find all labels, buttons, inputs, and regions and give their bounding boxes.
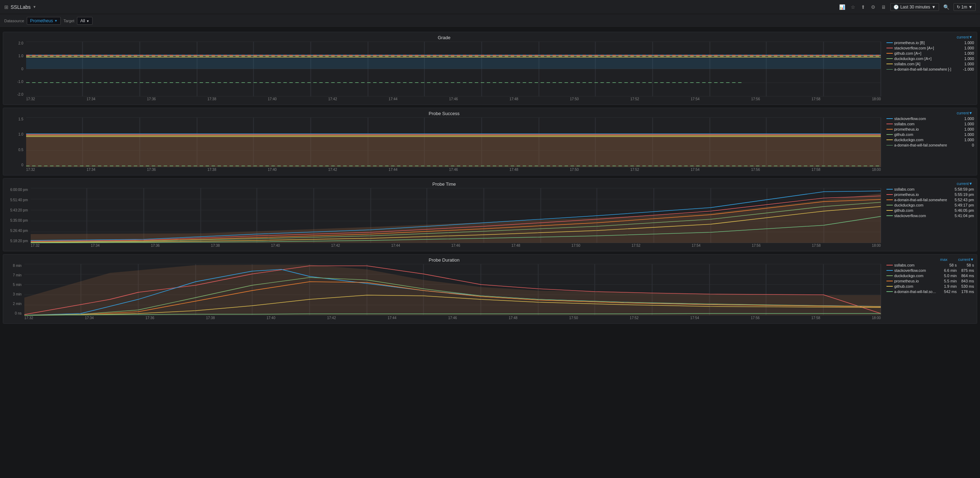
ps-legend-item-duckduckgo[interactable]: duckduckgo.com 1.000 (886, 138, 974, 142)
ps-legend-item-prometheus[interactable]: prometheus.io 1.000 (886, 127, 974, 131)
probe-success-y-axis: 1.5 1.0 0.5 0 (4, 118, 25, 167)
grade-x-axis: 17:32 17:34 17:36 17:38 17:40 17:42 17:4… (26, 96, 881, 103)
svg-rect-46 (26, 134, 881, 167)
monitor-icon[interactable]: 🖥 (880, 3, 888, 11)
grade-legend: current▼ prometheus.io [B] 1.000 stackov… (885, 32, 977, 105)
grade-legend-header: current▼ (886, 35, 974, 39)
legend-item-ssllabs[interactable]: ssllabs.com [A] 1.000 (886, 62, 974, 66)
star-icon[interactable]: ☆ (850, 3, 857, 11)
ps-legend-item-fail-domain[interactable]: a-domain-that-will-fail.somewhere 0 (886, 143, 974, 147)
pt-legend-item-fail-domain[interactable]: a-domain-that-will-fail.somewhere 5:52:4… (886, 198, 974, 202)
pd-legend-item-github[interactable]: github.com 1.9 min 530 ms (886, 284, 974, 288)
chevron-icon: ▼ (932, 5, 936, 10)
pt-legend-item-stackoverflow[interactable]: stackoverflow.com 5:41:04 pm (886, 214, 974, 218)
legend-name-stackoverflow: stackoverflow.com [A+] (894, 46, 953, 50)
probe-duration-chart-panel: Probe Duration 8 min 7 min 5 min 3 min 2… (3, 254, 977, 324)
pt-legend-item-github[interactable]: github.com 5:46:05 pm (886, 208, 974, 212)
legend-name-duckduckgo: duckduckgo.com [A+] (894, 56, 953, 61)
pt-legend-item-prometheus[interactable]: prometheus.io 5:55:19 pm (886, 193, 974, 197)
legend-name-github: github.com [A+] (894, 51, 953, 56)
probe-duration-legend-header: max current▼ (886, 257, 974, 261)
legend-color-ssllabs (886, 64, 893, 64)
legend-item-github[interactable]: github.com [A+] 1.000 (886, 51, 974, 56)
refresh-chevron: ▼ (968, 5, 973, 10)
datasource-chevron: ▼ (54, 19, 57, 22)
ps-legend-item-github[interactable]: github.com 1.000 (886, 132, 974, 137)
pd-max-header: max (940, 257, 948, 261)
target-chevron: ▼ (86, 19, 89, 23)
legend-item-stackoverflow[interactable]: stackoverflow.com [A+] 1.000 (886, 46, 974, 50)
datasource-label: Datasource (4, 19, 24, 23)
probe-duration-y-axis: 8 min 7 min 5 min 3 min 2 min 0 ns (4, 264, 23, 315)
legend-color-duckduckgo (886, 58, 893, 59)
grade-chart-area: Grade 2.0 1.0 0 -1.0 -2.0 (3, 32, 885, 105)
probe-success-legend: current▼ stackoverflow.com 1.000 ssllabs… (885, 108, 977, 175)
main-content: Grade 2.0 1.0 0 -1.0 -2.0 (0, 27, 980, 328)
legend-name-prometheus: prometheus.io [B] (894, 41, 953, 45)
probe-success-chart-svg (26, 118, 881, 167)
header: ⊞ SSLLabs ▼ 📊 ☆ ⬆ ⚙ 🖥 🕐 Last 30 minutes … (0, 0, 980, 14)
probe-duration-chart-area: Probe Duration 8 min 7 min 5 min 3 min 2… (3, 255, 885, 323)
chevron-down-icon: ▼ (33, 5, 37, 9)
toolbar: Datasource Prometheus ▼ Target All ▼ (0, 14, 980, 27)
probe-duration-legend: max current▼ ssllabs.com 58 s 58 s stack… (885, 255, 977, 323)
app-title: SSLLabs (11, 4, 31, 10)
legend-color-fail-domain (886, 69, 893, 70)
datasource-selector[interactable]: Prometheus ▼ (27, 17, 61, 25)
probe-success-chart-panel: Probe Success 1.5 1.0 0.5 0 (3, 108, 977, 175)
probe-time-x-axis: 17:32 17:34 17:36 17:38 17:40 17:42 17:4… (31, 243, 881, 250)
probe-time-chart-svg (31, 188, 881, 243)
bar-chart-icon[interactable]: 📊 (838, 3, 846, 11)
grade-chart-panel: Grade 2.0 1.0 0 -1.0 -2.0 (3, 32, 977, 105)
probe-success-chart-area: Probe Success 1.5 1.0 0.5 0 (3, 108, 885, 175)
target-label: Target (64, 19, 75, 23)
legend-name-ssllabs: ssllabs.com [A] (894, 62, 953, 66)
probe-duration-x-axis: 17:32 17:34 17:36 17:38 17:40 17:42 17:4… (24, 315, 881, 322)
legend-name-fail-domain: a-domain-that-will-fail.somewhere [-] (894, 67, 953, 71)
probe-success-chart-title: Probe Success (3, 108, 885, 118)
legend-val-stackoverflow: 1.000 (955, 46, 974, 50)
pd-legend-item-stackoverflow[interactable]: stackoverflow.com 6.6 min 875 ms (886, 268, 974, 272)
legend-val-fail-domain: -1.000 (955, 67, 974, 71)
settings-icon[interactable]: ⚙ (870, 3, 877, 11)
grade-chart-title: Grade (3, 32, 885, 41)
time-range-button[interactable]: 🕐 Last 30 minutes ▼ (890, 3, 939, 11)
target-selector[interactable]: All ▼ (77, 17, 92, 25)
probe-time-y-axis: 6:00:00 pm 5:51:40 pm 5:43:20 pm 5:35:00… (3, 188, 29, 243)
header-right: 📊 ☆ ⬆ ⚙ 🖥 🕐 Last 30 minutes ▼ 🔍 ↻ 1m ▼ (838, 3, 976, 11)
legend-color-prometheus (886, 42, 893, 43)
probe-time-chart-title: Probe Time (3, 178, 885, 188)
refresh-interval: 1m (961, 5, 967, 10)
grade-chart-svg (26, 41, 881, 96)
pt-legend-item-duckduckgo[interactable]: duckduckgo.com 5:49:17 pm (886, 203, 974, 207)
legend-val-duckduckgo: 1.000 (955, 56, 974, 61)
ps-legend-item-ssllabs[interactable]: ssllabs.com 1.000 (886, 122, 974, 126)
target-value: All (80, 18, 85, 23)
refresh-button[interactable]: ↻ 1m ▼ (953, 3, 976, 11)
legend-val-prometheus: 1.000 (955, 41, 974, 45)
probe-time-chart-panel: Probe Time 6:00:00 pm 5:51:40 pm 5:43:20… (3, 178, 977, 251)
probe-duration-chart-svg (24, 264, 881, 315)
refresh-icon: ↻ (957, 5, 960, 10)
legend-item-fail-domain[interactable]: a-domain-that-will-fail.somewhere [-] -1… (886, 67, 974, 71)
pd-cur-header: current▼ (958, 257, 974, 261)
pd-legend-item-ssllabs[interactable]: ssllabs.com 58 s 58 s (886, 263, 974, 267)
pd-legend-item-duckduckgo[interactable]: duckduckgo.com 5.0 min 864 ms (886, 274, 974, 278)
svg-marker-96 (24, 265, 881, 315)
probe-success-x-axis: 17:32 17:34 17:36 17:38 17:40 17:42 17:4… (26, 167, 881, 174)
share-icon[interactable]: ⬆ (860, 3, 867, 11)
ps-legend-item-stackoverflow[interactable]: stackoverflow.com 1.000 (886, 116, 974, 121)
time-range-label: Last 30 minutes (900, 5, 930, 10)
pd-legend-item-fail-domain[interactable]: a-domain-that-will-fail.somewhere 542 ms… (886, 290, 974, 294)
grade-y-axis: 2.0 1.0 0 -1.0 -2.0 (4, 41, 25, 96)
legend-item-prometheus[interactable]: prometheus.io [B] 1.000 (886, 41, 974, 45)
clock-icon: 🕐 (894, 5, 899, 10)
legend-color-stackoverflow (886, 48, 893, 48)
pt-legend-item-ssllabs[interactable]: ssllabs.com 5:58:59 pm (886, 187, 974, 191)
pd-legend-item-prometheus[interactable]: prometheus.io 5.5 min 843 ms (886, 279, 974, 283)
legend-item-duckduckgo[interactable]: duckduckgo.com [A+] 1.000 (886, 56, 974, 61)
datasource-value: Prometheus (30, 18, 53, 23)
header-left: ⊞ SSLLabs ▼ (4, 4, 37, 10)
probe-time-legend-header: current▼ (886, 182, 974, 186)
search-icon[interactable]: 🔍 (942, 3, 951, 11)
